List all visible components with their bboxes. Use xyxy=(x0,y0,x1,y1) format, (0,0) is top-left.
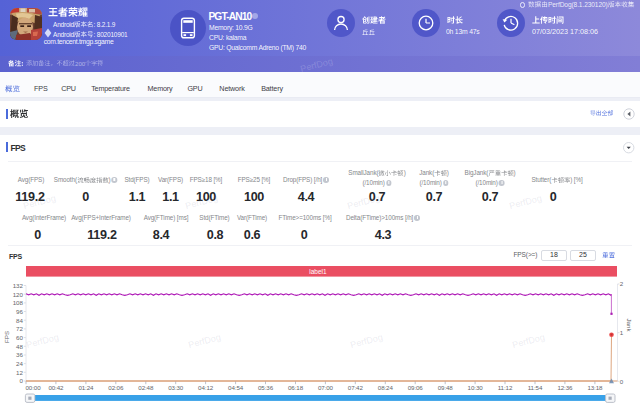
svg-text:132: 132 xyxy=(13,282,24,289)
svg-text:08:24: 08:24 xyxy=(378,384,394,391)
svg-text:FPS: FPS xyxy=(3,331,10,343)
svg-text:0: 0 xyxy=(620,378,624,385)
svg-text:108: 108 xyxy=(13,299,24,306)
svg-text:02:48: 02:48 xyxy=(138,384,154,391)
svg-text:0: 0 xyxy=(20,377,24,384)
svg-text:10:30: 10:30 xyxy=(468,384,484,391)
svg-text:120: 120 xyxy=(13,291,24,298)
svg-text:1: 1 xyxy=(620,329,624,336)
svg-text:07:00: 07:00 xyxy=(318,384,334,391)
svg-text:05:36: 05:36 xyxy=(258,384,274,391)
svg-text:02:06: 02:06 xyxy=(108,384,124,391)
svg-text:09:48: 09:48 xyxy=(438,384,454,391)
svg-text:72: 72 xyxy=(16,325,23,332)
svg-text:00:42: 00:42 xyxy=(48,384,64,391)
svg-text:24: 24 xyxy=(16,360,23,367)
svg-text:01:24: 01:24 xyxy=(78,384,94,391)
svg-text:03:30: 03:30 xyxy=(168,384,184,391)
svg-text:60: 60 xyxy=(16,334,23,341)
svg-text:09:06: 09:06 xyxy=(408,384,424,391)
svg-text:12:36: 12:36 xyxy=(557,384,573,391)
svg-text:36: 36 xyxy=(16,351,23,358)
svg-text:13:18: 13:18 xyxy=(587,384,603,391)
svg-text:48: 48 xyxy=(16,343,23,350)
svg-text:04:12: 04:12 xyxy=(198,384,214,391)
svg-text:06:18: 06:18 xyxy=(288,384,304,391)
svg-text:07:42: 07:42 xyxy=(348,384,364,391)
svg-text:84: 84 xyxy=(16,317,23,324)
svg-text:2: 2 xyxy=(620,280,624,287)
svg-text:96: 96 xyxy=(16,308,23,315)
svg-text:12: 12 xyxy=(16,369,23,376)
svg-text:label1: label1 xyxy=(309,268,327,275)
svg-text:Jank: Jank xyxy=(626,318,633,332)
svg-text:11:54: 11:54 xyxy=(528,384,543,391)
svg-text:11:12: 11:12 xyxy=(498,384,513,391)
svg-text:04:54: 04:54 xyxy=(228,384,244,391)
svg-text:00:00: 00:00 xyxy=(26,384,42,391)
